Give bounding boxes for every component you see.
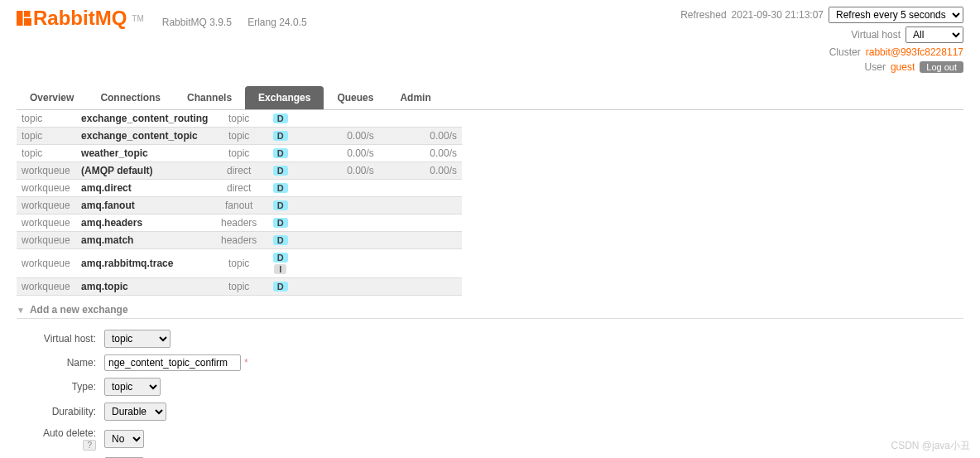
type-cell: headers <box>214 215 265 232</box>
tab-channels[interactable]: Channels <box>174 86 245 109</box>
vhost-cell: workqueue <box>17 215 76 232</box>
internal-tag: I <box>274 264 286 274</box>
rate-out-cell <box>379 197 462 215</box>
rate-out-cell <box>379 110 462 128</box>
features-cell: D <box>265 215 296 232</box>
durability-field[interactable]: Durable <box>104 403 166 421</box>
add-exchange-form: Virtual host: topic Name: * Type: topic … <box>25 325 396 458</box>
type-cell: fanout <box>214 197 265 215</box>
type-cell: direct <box>214 180 265 197</box>
exchange-link[interactable]: amq.rabbitmq.trace <box>81 258 173 269</box>
rate-out-cell <box>379 215 462 232</box>
exchanges-table: topicexchange_content_routingtopicDtopic… <box>17 110 462 296</box>
features-cell: D <box>265 180 296 197</box>
refreshed-label: Refreshed <box>680 9 726 21</box>
rate-out-cell: 0.00/s <box>379 162 462 180</box>
tab-exchanges[interactable]: Exchanges <box>245 86 324 109</box>
autodelete-help[interactable]: ? <box>83 440 96 451</box>
durable-tag: D <box>273 131 288 141</box>
svg-rect-0 <box>17 11 23 26</box>
vhost-cell: topic <box>17 110 76 128</box>
exchange-link[interactable]: amq.fanout <box>81 200 135 211</box>
vhost-select[interactable]: All <box>906 27 963 43</box>
mandatory-mark: * <box>244 357 248 369</box>
exchange-link[interactable]: amq.headers <box>81 217 142 229</box>
type-field-label: Type: <box>26 375 99 398</box>
features-cell: D <box>265 197 296 215</box>
exchange-link[interactable]: amq.topic <box>81 281 128 292</box>
cluster-link[interactable]: rabbit@993fc8228117 <box>866 46 963 58</box>
refresh-interval-select[interactable]: Refresh every 5 seconds <box>829 7 963 23</box>
durability-field-label: Durability: <box>26 400 99 423</box>
rate-in-cell <box>296 232 379 249</box>
section-title: Add a new exchange <box>30 304 128 316</box>
section-toggle[interactable]: ▼ Add a new exchange <box>17 304 963 316</box>
rate-in-cell <box>296 197 379 215</box>
rabbitmq-logo-icon <box>17 11 31 26</box>
exchange-link[interactable]: amq.match <box>81 234 133 246</box>
vhost-cell: workqueue <box>17 162 76 180</box>
table-row: topicweather_topictopicD0.00/s0.00/s <box>17 145 462 162</box>
vhost-cell: workqueue <box>17 278 76 296</box>
product-version: RabbitMQ 3.9.5 <box>162 17 232 28</box>
type-cell: topic <box>214 145 265 162</box>
vhost-field-label: Virtual host: <box>26 327 99 350</box>
exchange-link[interactable]: (AMQP default) <box>81 165 152 176</box>
tab-queues[interactable]: Queues <box>324 86 387 109</box>
name-field-label: Name: <box>26 352 99 374</box>
vhost-cell: workqueue <box>17 232 76 249</box>
vhost-label: Virtual host <box>851 29 901 41</box>
exchange-link[interactable]: exchange_content_topic <box>81 130 198 142</box>
exchange-link[interactable]: weather_topic <box>81 147 148 159</box>
rate-out-cell <box>379 278 462 296</box>
rate-in-cell: 0.00/s <box>296 162 379 180</box>
durable-tag: D <box>273 282 288 292</box>
autodelete-field[interactable]: No <box>104 430 144 448</box>
vhost-field[interactable]: topic <box>104 330 171 348</box>
durable-tag: D <box>273 218 288 228</box>
rate-out-cell <box>379 232 462 249</box>
durable-tag: D <box>273 148 288 158</box>
exchange-link[interactable]: exchange_content_routing <box>81 113 208 124</box>
vhost-cell: workqueue <box>17 197 76 215</box>
rate-out-cell <box>379 180 462 197</box>
durable-tag: D <box>273 200 288 210</box>
features-cell: DI <box>265 249 296 278</box>
name-field[interactable] <box>104 354 241 371</box>
durable-tag: D <box>273 253 288 263</box>
logo: RabbitMQ TM <box>17 7 144 30</box>
durable-tag: D <box>273 235 288 245</box>
logout-button[interactable]: Log out <box>920 61 963 73</box>
features-cell: D <box>265 162 296 180</box>
rate-in-cell: 0.00/s <box>296 128 379 145</box>
table-row: workqueue(AMQP default)directD0.00/s0.00… <box>17 162 462 180</box>
user-link[interactable]: guest <box>891 61 915 73</box>
vhost-cell: workqueue <box>17 180 76 197</box>
features-cell: D <box>265 232 296 249</box>
vhost-cell: workqueue <box>17 249 76 278</box>
features-cell: D <box>265 110 296 128</box>
rate-in-cell <box>296 249 379 278</box>
durable-tag: D <box>273 183 288 193</box>
type-field[interactable]: topic <box>104 378 161 396</box>
table-row: workqueueamq.fanoutfanoutD <box>17 197 462 215</box>
rate-out-cell: 0.00/s <box>379 128 462 145</box>
rate-in-cell: 0.00/s <box>296 145 379 162</box>
tab-connections[interactable]: Connections <box>87 86 174 109</box>
add-exchange-section: ▼ Add a new exchange <box>17 304 963 319</box>
user-label: User <box>865 61 886 73</box>
type-cell: topic <box>214 128 265 145</box>
tab-overview[interactable]: Overview <box>17 86 87 109</box>
tab-admin[interactable]: Admin <box>387 86 444 109</box>
logo-text: RabbitMQ <box>33 7 127 30</box>
durable-tag: D <box>273 166 288 176</box>
type-cell: topic <box>214 249 265 278</box>
chevron-down-icon: ▼ <box>17 306 25 315</box>
erlang-version: Erlang 24.0.5 <box>247 17 306 28</box>
svg-rect-2 <box>24 18 31 26</box>
vhost-cell: topic <box>17 128 76 145</box>
main-tabs: OverviewConnectionsChannelsExchangesQueu… <box>17 86 963 110</box>
durable-tag: D <box>273 113 288 123</box>
watermark: CSDN @java小丑 <box>891 439 970 453</box>
exchange-link[interactable]: amq.direct <box>81 182 132 194</box>
